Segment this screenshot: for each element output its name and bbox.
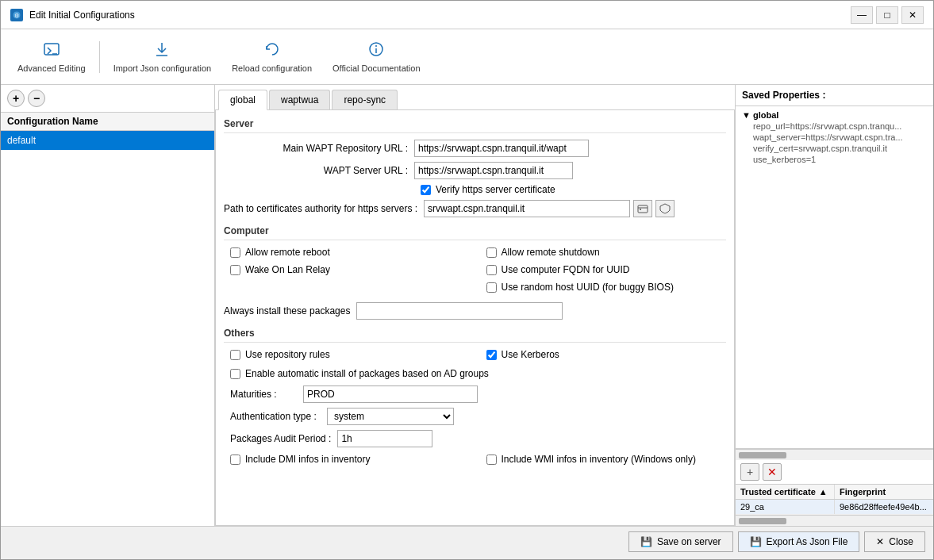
tab-global[interactable]: global <box>218 90 267 110</box>
documentation-icon <box>367 40 385 62</box>
cert-h-scrollbar[interactable] <box>736 515 933 526</box>
tree-h-scrollbar[interactable] <box>736 449 933 460</box>
sort-trusted-icon: ▲ <box>819 487 828 497</box>
maturities-label: Maturities : <box>224 389 303 400</box>
tree-leaf-wapt-server: wapt_server=https://srvwapt.cspn.tra... <box>751 132 930 143</box>
cert-table: Trusted certificate ▲ Fingerprint 29_ca … <box>736 485 933 515</box>
maturities-input[interactable] <box>303 385 478 403</box>
use-kerberos-checkbox[interactable] <box>486 350 497 360</box>
auth-type-row: Authentication type : system basic kerbe… <box>224 408 726 425</box>
save-on-server-button[interactable]: 💾 Save on server <box>628 531 733 552</box>
auth-type-select[interactable]: system basic kerberos <box>327 408 454 425</box>
main-repo-row: Main WAPT Repository URL : <box>224 140 726 157</box>
allow-remote-reboot-label: Allow remote reboot <box>245 247 330 258</box>
server-section-title: Server <box>224 118 726 133</box>
reload-label: Reload configuration <box>232 63 312 73</box>
wake-on-lan-checkbox[interactable] <box>230 265 240 275</box>
cert-col-trusted: Trusted certificate ▲ <box>736 485 835 499</box>
remove-cert-button[interactable]: ✕ <box>763 463 782 481</box>
use-kerberos-label: Use Kerberos <box>502 349 559 360</box>
enable-ad-groups-row: Enable automatic install of packages bas… <box>230 368 726 379</box>
remove-config-button[interactable]: − <box>28 90 45 107</box>
saved-properties-header: Saved Properties : <box>736 85 933 106</box>
include-dmi-row: Include DMI infos in inventory <box>230 454 471 465</box>
advanced-editing-icon <box>43 40 60 62</box>
others-section-title: Others <box>224 328 726 343</box>
cert-controls: + ✕ <box>736 460 933 485</box>
allow-remote-shutdown-label: Allow remote shutdown <box>502 247 600 258</box>
computer-section-title: Computer <box>224 225 726 240</box>
advanced-editing-button[interactable]: Advanced Editing <box>7 33 96 81</box>
include-dmi-label: Include DMI infos in inventory <box>245 454 370 465</box>
use-fqdn-label: Use computer FQDN for UUID <box>502 264 630 275</box>
auth-type-label: Authentication type : <box>224 411 327 422</box>
cert-row-0[interactable]: 29_ca 9e86d28ffeefe49e4b... <box>736 500 933 515</box>
saved-properties-tree[interactable]: ▼ global repo_url=https://srvwapt.cspn.t… <box>736 106 933 449</box>
import-json-icon <box>153 40 171 62</box>
path-cert-row: Path to certificates authority for https… <box>224 200 726 217</box>
always-install-input[interactable] <box>356 302 563 320</box>
computer-checkboxes: Allow remote reboot Allow remote shutdow… <box>230 247 726 296</box>
server-url-input[interactable] <box>414 162 573 179</box>
path-cert-browse-button[interactable] <box>633 200 652 217</box>
bottom-bar: 💾 Save on server 💾 Export As Json File ✕… <box>1 526 933 559</box>
cert-h-scrollbar-thumb[interactable] <box>739 518 786 524</box>
always-install-label: Always install these packages <box>224 305 350 316</box>
tree-leaf-verify-cert: verify_cert=srvwapt.cspn.tranquil.it <box>751 143 930 154</box>
allow-remote-shutdown-checkbox[interactable] <box>486 247 497 258</box>
cert-col-fingerprint: Fingerprint <box>835 485 933 499</box>
packages-audit-input[interactable] <box>337 430 432 447</box>
allow-remote-reboot-row: Allow remote reboot <box>230 247 471 258</box>
reload-button[interactable]: Reload configuration <box>221 33 322 81</box>
toolbar: Advanced Editing Import Json configurati… <box>1 29 933 85</box>
export-json-button[interactable]: 💾 Export As Json File <box>738 531 860 552</box>
tree-h-scrollbar-thumb[interactable] <box>739 452 786 458</box>
tab-waptwua[interactable]: waptwua <box>269 90 330 109</box>
cert-table-header: Trusted certificate ▲ Fingerprint <box>736 485 933 500</box>
maximize-button[interactable]: □ <box>876 6 898 24</box>
svg-text:⚙: ⚙ <box>14 13 19 18</box>
path-cert-label: Path to certificates authority for https… <box>224 203 424 214</box>
use-repo-rules-checkbox[interactable] <box>230 350 240 360</box>
main-repo-label: Main WAPT Repository URL : <box>224 143 414 154</box>
export-icon: 💾 <box>750 536 762 547</box>
tabs-bar: global waptwua repo-sync <box>215 85 735 110</box>
path-cert-input[interactable] <box>424 200 630 217</box>
svg-point-9 <box>640 209 641 210</box>
close-window-button[interactable]: ✕ <box>901 6 924 24</box>
use-random-uuid-checkbox[interactable] <box>486 282 497 293</box>
use-random-uuid-row: Use random host UUID (for buggy BIOS) <box>486 282 727 293</box>
documentation-label: Official Documentation <box>332 63 420 73</box>
config-name-header: Configuration Name <box>1 113 214 131</box>
allow-remote-reboot-checkbox[interactable] <box>230 247 240 258</box>
main-repo-input[interactable] <box>414 140 589 157</box>
wake-on-lan-row: Wake On Lan Relay <box>230 264 471 275</box>
left-panel-header: + − <box>1 85 214 113</box>
tree-leaf-use-kerberos: use_kerberos=1 <box>751 154 930 165</box>
include-dmi-checkbox[interactable] <box>230 455 240 465</box>
svg-point-6 <box>375 45 377 47</box>
import-json-button[interactable]: Import Json configuration <box>103 33 222 81</box>
include-wmi-checkbox[interactable] <box>486 455 497 465</box>
path-cert-shield-button[interactable] <box>655 200 675 217</box>
close-button[interactable]: ✕ Close <box>864 531 925 552</box>
add-cert-button[interactable]: + <box>740 463 759 481</box>
use-repo-rules-label: Use repository rules <box>245 349 330 360</box>
tree-children: repo_url=https://srvwapt.cspn.tranqu... … <box>739 121 930 165</box>
add-config-button[interactable]: + <box>7 90 25 107</box>
server-section: Server Main WAPT Repository URL : WAPT S… <box>224 118 726 217</box>
app-icon: ⚙ <box>10 9 23 21</box>
verify-cert-checkbox[interactable] <box>421 185 431 195</box>
enable-ad-groups-checkbox[interactable] <box>230 369 240 379</box>
minimize-button[interactable]: — <box>851 6 873 24</box>
packages-audit-label: Packages Audit Period : <box>224 433 337 444</box>
allow-remote-shutdown-row: Allow remote shutdown <box>486 247 727 258</box>
title-bar: ⚙ Edit Initial Configurations — □ ✕ <box>1 1 933 29</box>
tab-repo-sync[interactable]: repo-sync <box>332 90 398 109</box>
save-icon: 💾 <box>640 536 652 547</box>
documentation-button[interactable]: Official Documentation <box>322 33 430 81</box>
config-item-default[interactable]: default <box>1 131 214 150</box>
always-install-row: Always install these packages <box>224 302 726 320</box>
use-fqdn-checkbox[interactable] <box>486 265 497 275</box>
left-panel: + − Configuration Name default <box>1 85 215 526</box>
